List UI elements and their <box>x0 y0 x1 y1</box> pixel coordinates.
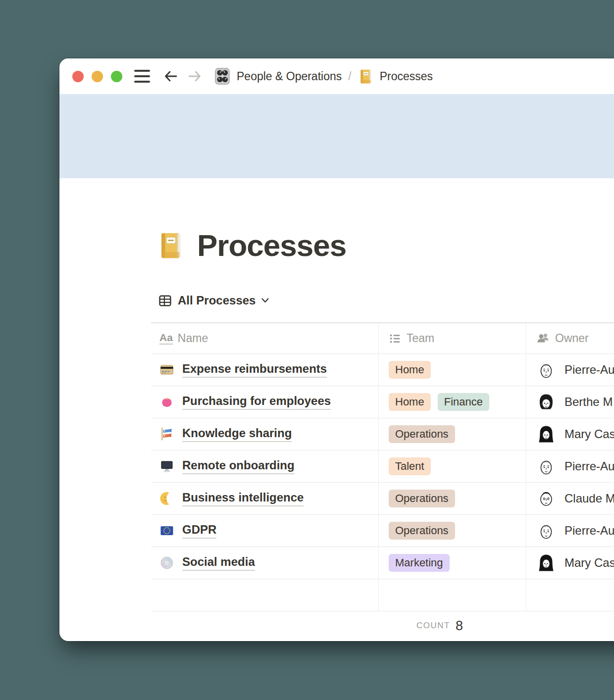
table-row: Business intelligence Operations Claude … <box>151 483 614 515</box>
team-tag[interactable]: Operations <box>389 425 455 443</box>
team-cell[interactable] <box>379 579 526 611</box>
owner-name: Pierre-Au <box>564 363 614 377</box>
table-view-icon <box>158 294 172 307</box>
column-header-name[interactable]: Aa Name <box>151 323 379 353</box>
owner-name: Berthe M <box>564 395 613 409</box>
breadcrumb: People & Operations / Processes <box>213 67 433 85</box>
database-table: Aa Name Team Owner Expense reimbursement… <box>151 322 614 611</box>
man-sketch-avatar <box>536 521 556 541</box>
breadcrumb-workspace-label: People & Operations <box>237 70 342 83</box>
text-property-icon: Aa <box>159 332 173 344</box>
team-tag[interactable]: Operations <box>389 522 455 540</box>
table-row: GDPR Operations Pierre-Au <box>151 515 614 547</box>
name-cell[interactable]: GDPR <box>151 515 379 547</box>
table-row: Expense reimbursements Home Pierre-Au <box>151 354 614 386</box>
page-link[interactable]: Expense reimbursements <box>182 362 327 378</box>
column-label: Owner <box>555 332 589 345</box>
carp-streamer-icon <box>160 427 174 441</box>
page-link[interactable]: Remote onboarding <box>182 458 295 474</box>
person-property-icon <box>536 332 550 346</box>
page-title[interactable]: Processes <box>197 228 346 263</box>
new-row[interactable] <box>151 579 614 611</box>
team-tag[interactable]: Marketing <box>389 554 450 572</box>
team-cell[interactable]: Home <box>379 354 526 386</box>
table-row: Remote onboarding Talent Pierre-Au <box>151 450 614 483</box>
page-cover <box>59 94 614 178</box>
page-icon ledger-notebook-icon[interactable] <box>156 231 186 260</box>
table-header-row: Aa Name Team Owner <box>151 323 614 354</box>
owner-name: Pierre-Au <box>564 459 614 473</box>
column-header-owner[interactable]: Owner <box>526 323 614 353</box>
minimize-button[interactable] <box>92 71 103 82</box>
owner-cell[interactable]: Claude M <box>526 483 614 514</box>
optical-disc-icon <box>160 556 174 570</box>
count-label: COUNT <box>416 621 450 631</box>
crescent-moon-icon <box>160 492 174 505</box>
page-link[interactable]: Knowledge sharing <box>182 426 292 442</box>
view-selector[interactable]: All Processes <box>158 294 269 307</box>
page-link[interactable]: Social media <box>182 555 255 571</box>
view-name: All Processes <box>178 294 256 307</box>
name-cell[interactable]: Expense reimbursements <box>151 354 379 386</box>
page-link[interactable]: Business intelligence <box>182 491 304 506</box>
name-cell[interactable]: Remote onboarding <box>151 450 379 482</box>
team-tag[interactable]: Operations <box>389 490 455 507</box>
page-link[interactable]: GDPR <box>182 523 216 539</box>
owner-cell[interactable]: Pierre-Au <box>526 515 614 547</box>
man-sketch-avatar <box>536 456 556 476</box>
ledger-notebook-icon <box>358 68 374 85</box>
forward-arrow-icon[interactable] <box>187 69 203 84</box>
credit-card-icon <box>160 363 174 377</box>
app-window: People & Operations / Processes Processe… <box>59 58 614 641</box>
multi-select-property-icon <box>389 332 402 345</box>
team-cell[interactable]: Talent <box>379 450 526 482</box>
page-link[interactable]: Purchasing for employees <box>182 394 331 410</box>
team-cell[interactable]: Operations <box>379 515 526 547</box>
team-cell[interactable]: Operations <box>379 483 526 514</box>
name-cell[interactable] <box>151 579 379 611</box>
breadcrumb-page-label: Processes <box>380 70 433 83</box>
team-tag[interactable]: Home <box>389 361 431 379</box>
woman-long-hair-sketch-avatar <box>536 424 556 444</box>
column-label: Team <box>407 332 434 345</box>
eu-flag-icon <box>160 524 174 538</box>
desktop-computer-icon <box>160 459 174 473</box>
count-value: 8 <box>456 618 463 634</box>
owner-cell[interactable]: Pierre-Au <box>526 354 614 386</box>
owner-cell[interactable]: Mary Cas <box>526 547 614 579</box>
control-knobs-icon <box>213 67 231 85</box>
woman-long-hair-sketch-avatar <box>536 553 556 573</box>
team-tag[interactable]: Home <box>389 393 431 411</box>
breadcrumb-workspace[interactable]: People & Operations <box>213 67 342 85</box>
name-cell[interactable]: Business intelligence <box>151 483 379 514</box>
team-tag[interactable]: Talent <box>389 457 431 475</box>
team-cell[interactable]: Home Finance <box>379 386 526 418</box>
hamburger-menu-icon[interactable] <box>134 70 150 83</box>
owner-name: Mary Cas <box>564 556 614 570</box>
owner-cell[interactable]: Berthe M <box>526 386 614 418</box>
team-cell[interactable]: Operations <box>379 418 526 450</box>
zoom-button[interactable] <box>111 71 122 82</box>
column-header-team[interactable]: Team <box>379 323 526 353</box>
chevron-down-icon <box>261 298 269 303</box>
owner-cell[interactable]: Mary Cas <box>526 418 614 450</box>
close-button[interactable] <box>72 71 84 82</box>
owner-cell[interactable] <box>526 579 614 611</box>
name-cell[interactable]: Knowledge sharing <box>151 418 379 450</box>
owner-name: Mary Cas <box>564 427 614 441</box>
man-round-sketch-avatar <box>536 489 556 508</box>
woman-bob-sketch-avatar <box>536 392 556 412</box>
owner-cell[interactable]: Pierre-Au <box>526 450 614 482</box>
purse-icon <box>160 395 174 409</box>
table-row: Knowledge sharing Operations Mary Cas <box>151 418 614 450</box>
man-sketch-avatar <box>536 360 556 380</box>
team-tag[interactable]: Finance <box>438 393 489 411</box>
back-arrow-icon[interactable] <box>163 69 179 84</box>
name-cell[interactable]: Purchasing for employees <box>151 386 379 418</box>
breadcrumb-page[interactable]: Processes <box>358 68 433 85</box>
window-titlebar: People & Operations / Processes <box>59 58 614 94</box>
team-cell[interactable]: Marketing <box>379 547 526 579</box>
column-calculation-count[interactable]: COUNT 8 <box>151 611 471 640</box>
name-cell[interactable]: Social media <box>151 547 379 579</box>
owner-name: Claude M <box>564 492 614 505</box>
